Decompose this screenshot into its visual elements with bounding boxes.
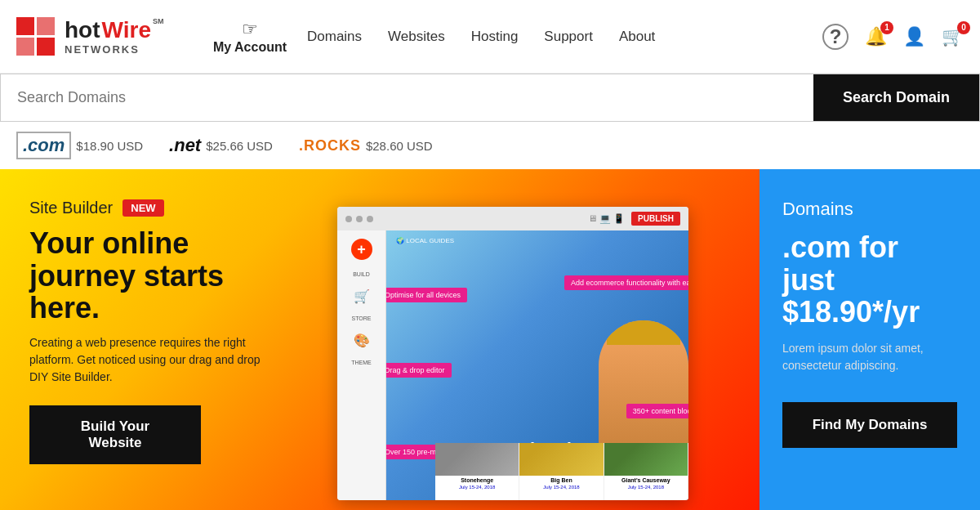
dot-1 <box>345 216 352 222</box>
logo-square-red-tl <box>16 17 34 35</box>
cart-badge: 0 <box>957 21 970 34</box>
logo-sm: SM <box>153 17 164 25</box>
domains-price: .com for just $18.90*/yr <box>782 231 957 329</box>
person-image <box>599 320 688 443</box>
mockup-main: 🌍 LOCAL GUIDES Travel Today <box>386 230 688 500</box>
tld-com-price: $18.90 USD <box>76 139 143 153</box>
cart-icon[interactable]: 🛒 0 <box>942 26 964 47</box>
thumb-bigben-img <box>519 443 603 476</box>
domains-description: Lorem ipsum dolor sit amet, consectetur … <box>782 340 957 374</box>
dot-3 <box>367 216 373 222</box>
sb-new-badge: NEW <box>122 199 163 217</box>
nav-item-domains[interactable]: Domains <box>307 29 362 45</box>
logo-brand-name: hotWireSM <box>65 17 163 43</box>
sb-description: Creating a web presence requires the rig… <box>29 334 274 386</box>
site-builder-panel: Site Builder NEW Your online journey sta… <box>0 169 760 510</box>
nav-item-about[interactable]: About <box>619 29 655 45</box>
thumb-causeway: Giant's Causeway July 15-24, 2018 <box>604 443 688 500</box>
theme-label: THEME <box>351 360 372 365</box>
tld-rocks-name: .ROCKS <box>299 137 361 154</box>
logo-square-lightred-tr <box>37 17 55 35</box>
build-label: BUILD <box>353 271 370 277</box>
thumb-causeway-date: July 15-24, 2018 <box>628 485 664 490</box>
mockup-thumbnails: Stonehenge July 15-24, 2018 Big Ben July… <box>435 443 688 500</box>
notification-badge: 1 <box>880 21 893 34</box>
main-nav: Domains Websites Hosting Support About <box>307 29 822 45</box>
cursor-icon: ☞ <box>242 19 258 40</box>
sb-headline: Your online journey starts here. <box>29 227 274 324</box>
travel-logo: 🌍 LOCAL GUIDES <box>396 237 454 244</box>
mockup-body: + BUILD 🛒 STORE 🎨 THEME 🌍 LOCAL GUIDES <box>337 230 688 500</box>
tld-bar: .com $18.90 USD .net $25.66 USD .ROCKS $… <box>0 122 980 169</box>
tld-net-price: $25.66 USD <box>206 139 273 153</box>
hat <box>607 320 680 345</box>
domains-title: Domains <box>782 199 957 220</box>
search-input[interactable] <box>1 74 813 121</box>
tld-rocks-price: $28.60 USD <box>366 139 433 153</box>
search-section: Search Domain <box>0 74 980 122</box>
logo-text-group: hotWireSM NETWORKS <box>65 17 163 56</box>
mockup-controls: 🖥 💻 📱 PUBLISH <box>588 212 680 226</box>
badge-dragdrop: Drag & drop editor <box>386 363 452 378</box>
sb-preview: 🖥 💻 📱 PUBLISH + BUILD 🛒 STORE 🎨 THEME <box>291 207 735 491</box>
my-account-label: My Account <box>213 40 287 55</box>
badge-optimise: Optimise for all devices <box>386 288 467 302</box>
device-icons: 🖥 💻 📱 <box>588 213 625 224</box>
badge-ecommerce: Add ecommerce functionality with ease <box>564 275 688 290</box>
sb-label: Site Builder <box>29 199 113 217</box>
store-label: STORE <box>352 315 372 321</box>
logo-networks: NETWORKS <box>65 43 163 56</box>
mockup-sidebar: + BUILD 🛒 STORE 🎨 THEME <box>337 230 386 500</box>
thumb-stonehenge-label: Stonehenge <box>459 476 495 485</box>
domains-panel: Domains .com for just $18.90*/yr Lorem i… <box>760 169 980 510</box>
header-icons: ? 🔔 1 👤 🛒 0 <box>822 24 964 50</box>
tld-net-name: .net <box>169 135 201 156</box>
store-icon: 🛒 <box>354 289 370 304</box>
user-icon[interactable]: 👤 <box>903 26 925 47</box>
logo-square-red-br <box>37 38 55 56</box>
logo-grid <box>16 17 55 56</box>
thumb-causeway-label: Giant's Causeway <box>620 476 672 485</box>
dot-2 <box>356 216 363 222</box>
header: hotWireSM NETWORKS ☞ My Account Domains … <box>0 0 980 74</box>
badge-content: 350+ content blocks <box>626 404 688 418</box>
sb-content: Site Builder NEW Your online journey sta… <box>29 199 274 491</box>
my-account-button[interactable]: ☞ My Account <box>209 19 291 55</box>
logo-square-lightred-bl <box>16 38 34 56</box>
mockup-browser: 🖥 💻 📱 PUBLISH + BUILD 🛒 STORE 🎨 THEME <box>337 207 688 500</box>
tld-net: .net $25.66 USD <box>169 135 273 156</box>
thumb-stonehenge-img <box>435 443 519 476</box>
hero-section: Site Builder NEW Your online journey sta… <box>0 169 980 510</box>
nav-item-websites[interactable]: Websites <box>388 29 445 45</box>
logo-area: hotWireSM NETWORKS <box>16 17 196 56</box>
tld-com: .com $18.90 USD <box>16 132 143 159</box>
logo-wire: Wire <box>102 17 151 43</box>
thumb-causeway-img <box>604 443 688 476</box>
nav-item-hosting[interactable]: Hosting <box>471 29 519 45</box>
thumb-bigben-label: Big Ben <box>549 476 573 485</box>
bell-icon[interactable]: 🔔 1 <box>865 26 887 47</box>
mockup-toolbar: 🖥 💻 📱 PUBLISH <box>337 207 688 230</box>
sb-tag-row: Site Builder NEW <box>29 199 274 217</box>
mockup-dots <box>345 216 373 222</box>
thumb-bigben-date: July 15-24, 2018 <box>543 485 579 490</box>
thumb-bigben: Big Ben July 15-24, 2018 <box>519 443 604 500</box>
nav-item-support[interactable]: Support <box>544 29 593 45</box>
tld-com-name: .com <box>16 132 71 159</box>
add-icon[interactable]: + <box>351 239 372 260</box>
search-button[interactable]: Search Domain <box>813 74 979 121</box>
find-domains-button[interactable]: Find My Domains <box>782 402 957 448</box>
publish-button[interactable]: PUBLISH <box>631 212 680 226</box>
build-website-button[interactable]: Build Your Website <box>29 405 201 464</box>
travel-header: 🌍 LOCAL GUIDES <box>386 230 688 251</box>
tld-rocks: .ROCKS $28.60 USD <box>299 137 433 154</box>
thumb-stonehenge-date: July 15-24, 2018 <box>459 485 495 490</box>
theme-icon: 🎨 <box>354 333 370 348</box>
logo-hot: hot <box>65 17 100 43</box>
help-icon[interactable]: ? <box>822 24 849 50</box>
thumb-stonehenge: Stonehenge July 15-24, 2018 <box>435 443 519 500</box>
